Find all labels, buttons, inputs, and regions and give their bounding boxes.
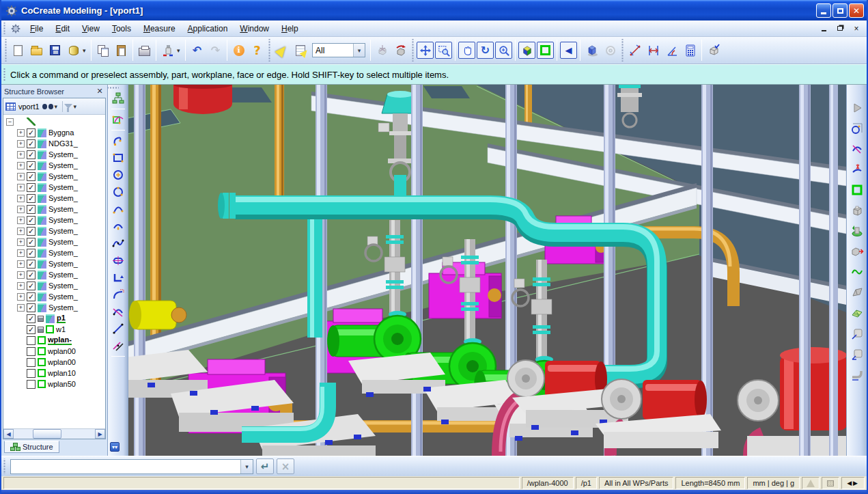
tree-expander[interactable] bbox=[17, 195, 25, 202]
color-tool-button[interactable] bbox=[158, 41, 177, 59]
open-button[interactable] bbox=[27, 41, 46, 59]
status-scroll-arrows[interactable]: ◀▶ bbox=[841, 477, 865, 489]
tree-item-label[interactable]: System_ bbox=[48, 260, 78, 268]
tree-expander[interactable] bbox=[17, 271, 25, 279]
measure-distance-button[interactable] bbox=[644, 41, 662, 59]
tree-item-label[interactable]: System_ bbox=[48, 303, 78, 312]
tree-row[interactable]: wplan50 bbox=[5, 379, 105, 389]
measure-angle-button[interactable] bbox=[662, 41, 681, 59]
measure-toolbar-drag-handle[interactable] bbox=[621, 39, 624, 61]
tree-expander[interactable] bbox=[17, 173, 25, 180]
tree-row[interactable]: System_ bbox=[5, 225, 105, 236]
tree-expander[interactable] bbox=[17, 140, 25, 148]
wire-curve-button[interactable] bbox=[849, 264, 865, 280]
measure-length-button[interactable] bbox=[626, 41, 644, 59]
tree-item-label[interactable]: System_ bbox=[48, 227, 78, 235]
tree-checkbox[interactable] bbox=[27, 227, 36, 236]
tree-row[interactable]: System_ bbox=[5, 171, 105, 182]
tree-item-label[interactable]: wplan10 bbox=[48, 369, 76, 377]
tree-expander[interactable] bbox=[17, 184, 25, 191]
load-db-button[interactable] bbox=[64, 41, 83, 59]
menu-item[interactable]: File bbox=[24, 22, 49, 36]
tree-item-label[interactable]: System_ bbox=[48, 238, 78, 246]
tree-checkbox[interactable] bbox=[27, 161, 36, 170]
paste-button[interactable] bbox=[112, 41, 130, 59]
tree-checkbox[interactable] bbox=[27, 271, 36, 279]
info-button[interactable]: i bbox=[229, 41, 248, 59]
tree-checkbox[interactable] bbox=[27, 183, 36, 192]
tree-item-label[interactable]: w1 bbox=[56, 325, 66, 333]
tree-expander[interactable] bbox=[17, 304, 25, 312]
panel-close-icon[interactable]: ✕ bbox=[95, 87, 104, 96]
draw-parallel-button[interactable] bbox=[110, 338, 126, 354]
help-button[interactable]: ? bbox=[248, 41, 266, 59]
select-list-button[interactable] bbox=[291, 41, 309, 59]
tree-item-label[interactable]: System_ bbox=[48, 194, 78, 202]
pull-button[interactable] bbox=[849, 243, 865, 260]
select-toolbar-drag-handle[interactable] bbox=[268, 39, 271, 61]
zoom-button[interactable] bbox=[495, 42, 512, 59]
tree-row[interactable]: wplan00 bbox=[5, 357, 105, 368]
menu-drag-handle[interactable] bbox=[3, 23, 6, 34]
tree-row[interactable] bbox=[5, 116, 105, 127]
tree-checkbox[interactable] bbox=[27, 128, 36, 137]
tree-row[interactable]: System_ bbox=[5, 269, 105, 280]
color-tool-dropdown[interactable]: ▾ bbox=[177, 47, 183, 54]
tree-checkbox[interactable] bbox=[27, 303, 36, 312]
tree-item-label[interactable]: System_ bbox=[48, 161, 78, 169]
tree-row[interactable]: System_ bbox=[5, 149, 105, 160]
move-part-button[interactable] bbox=[391, 41, 410, 59]
enter-button[interactable]: ↵ bbox=[256, 458, 274, 474]
menu-item[interactable]: Tools bbox=[106, 22, 137, 36]
filter-dropdown[interactable]: ▾ bbox=[74, 103, 80, 110]
tree-checkbox[interactable] bbox=[27, 150, 36, 159]
tree-checkbox[interactable] bbox=[27, 260, 36, 269]
menu-item[interactable]: Window bbox=[234, 22, 275, 36]
tree-item-label[interactable]: wplan00 bbox=[48, 358, 76, 366]
tree-item-label[interactable]: System_ bbox=[48, 150, 78, 159]
tree-expander[interactable] bbox=[17, 217, 25, 224]
select-button[interactable] bbox=[272, 41, 291, 59]
tree-item-label[interactable]: System_ bbox=[48, 292, 78, 301]
tree-expander[interactable] bbox=[17, 249, 25, 257]
tree-expander[interactable] bbox=[17, 293, 25, 301]
tree-checkbox[interactable] bbox=[27, 238, 36, 247]
turn-button[interactable] bbox=[849, 223, 865, 239]
view-toolbar-drag-handle[interactable] bbox=[411, 39, 415, 61]
tree-item-label[interactable]: System_ bbox=[48, 183, 78, 191]
tree-item-label[interactable]: wplan50 bbox=[48, 380, 76, 388]
tree-item-label[interactable]: Byggna bbox=[48, 128, 74, 137]
calculator-button[interactable] bbox=[681, 41, 699, 59]
part-display-button[interactable] bbox=[583, 41, 601, 59]
tree-checkbox[interactable] bbox=[27, 358, 36, 367]
close-button[interactable]: ✕ bbox=[849, 3, 864, 18]
search-dropdown[interactable]: ▾ bbox=[55, 103, 61, 110]
toolbar-expander[interactable]: ▾▾ bbox=[110, 442, 120, 452]
tab-structure[interactable]: Structure bbox=[4, 441, 59, 453]
maximize-button[interactable] bbox=[832, 3, 848, 18]
sweep-button[interactable] bbox=[849, 284, 865, 301]
play-macro-button[interactable] bbox=[849, 100, 865, 116]
tree-checkbox[interactable] bbox=[27, 194, 36, 203]
workplane-circle-button[interactable] bbox=[849, 120, 865, 137]
tree-expander[interactable] bbox=[17, 162, 25, 169]
tree-row[interactable]: System_ bbox=[5, 215, 105, 225]
scrollbar-thumb[interactable] bbox=[33, 429, 61, 439]
tree-checkbox[interactable] bbox=[27, 292, 36, 301]
tree-item-label[interactable]: p1 bbox=[57, 314, 66, 323]
selection-scope-dropdown[interactable]: ▾ bbox=[353, 44, 365, 57]
sketch-mode-button[interactable] bbox=[110, 111, 126, 128]
tree-row[interactable]: System_ bbox=[5, 236, 105, 247]
draw-corner-button[interactable] bbox=[110, 269, 126, 286]
tree-checkbox[interactable] bbox=[27, 205, 36, 214]
tree-row[interactable]: System_ bbox=[5, 247, 105, 258]
tree-horizontal-scrollbar[interactable]: ◀ ▶ bbox=[3, 428, 105, 439]
tree-checkbox[interactable] bbox=[27, 282, 36, 290]
draw-spline-button[interactable] bbox=[110, 235, 126, 251]
scroll-left-icon[interactable]: ◀ bbox=[847, 480, 853, 486]
draw-rectangle-button[interactable] bbox=[110, 150, 126, 166]
tree-row[interactable]: System_ bbox=[5, 204, 105, 215]
fillet-button[interactable] bbox=[110, 286, 126, 303]
tree-row[interactable]: Byggna bbox=[5, 127, 105, 138]
tree-item-label[interactable]: System_ bbox=[48, 172, 78, 180]
